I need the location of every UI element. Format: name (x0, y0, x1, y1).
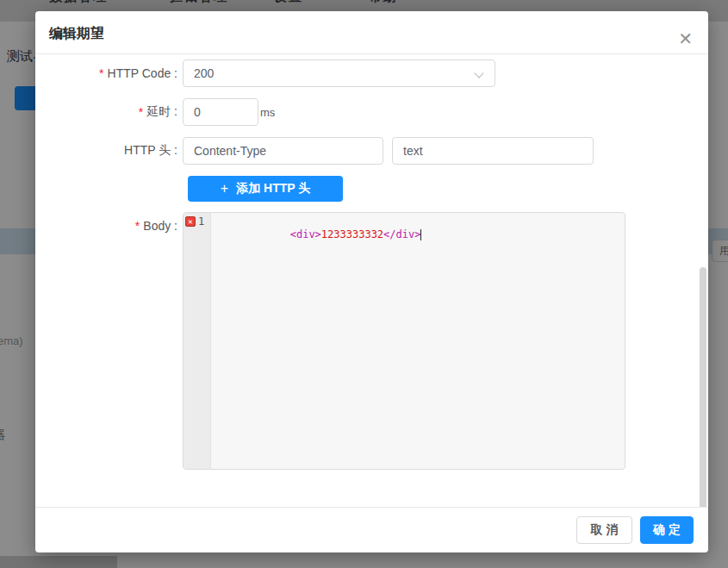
dialog-header: 编辑期望 ✕ (35, 11, 708, 54)
edit-expectation-dialog: 编辑期望 ✕ * HTTP Code : 200 * 延时 : ms HTTP … (35, 11, 708, 552)
delay-unit-label: ms (260, 106, 275, 119)
delay-input[interactable] (183, 98, 258, 126)
error-icon: ✕ (185, 216, 196, 227)
form-row-body: * Body : ✕ 1 <div>1233333332</div> (35, 212, 708, 470)
form-row-delay: * 延时 : ms (35, 98, 708, 126)
form-row-http-header: HTTP 头 : (35, 137, 708, 165)
http-code-label: * HTTP Code : (35, 59, 183, 87)
dialog-footer: 取 消 确 定 (35, 507, 708, 552)
dialog-body: * HTTP Code : 200 * 延时 : ms HTTP 头 : (35, 54, 708, 507)
cancel-button[interactable]: 取 消 (576, 516, 632, 544)
plus-icon: + (221, 181, 228, 197)
header-name-input[interactable] (183, 137, 383, 165)
confirm-button[interactable]: 确 定 (640, 516, 694, 544)
form-row-http-code: * HTTP Code : 200 (35, 59, 708, 87)
header-value-input[interactable] (392, 137, 594, 165)
text-cursor (420, 229, 421, 240)
code-open-tag: <div> (290, 228, 321, 240)
http-code-value: 200 (194, 66, 214, 80)
code-line: <div>1233333332</div> (215, 215, 620, 254)
delay-label: * 延时 : (35, 98, 183, 126)
required-mark: * (99, 66, 103, 80)
editor-gutter: ✕ 1 (184, 213, 211, 469)
body-label: * Body : (35, 212, 183, 470)
http-code-select[interactable]: 200 (183, 59, 495, 87)
line-number: 1 (198, 215, 204, 228)
chevron-down-icon (476, 70, 482, 77)
dialog-scrollbar[interactable] (700, 267, 706, 507)
close-icon[interactable]: ✕ (678, 30, 693, 47)
body-code-editor[interactable]: ✕ 1 <div>1233333332</div> (183, 212, 625, 470)
add-http-header-button[interactable]: + 添加 HTTP 头 (188, 176, 343, 202)
editor-code-area[interactable]: <div>1233333332</div> (211, 213, 625, 469)
code-text: 1233333332 (321, 228, 383, 240)
http-header-label: HTTP 头 : (35, 137, 183, 165)
code-close-tag: </div> (383, 228, 420, 240)
required-mark: * (139, 105, 143, 119)
dialog-title: 编辑期望 (49, 25, 104, 43)
required-mark: * (135, 219, 140, 233)
